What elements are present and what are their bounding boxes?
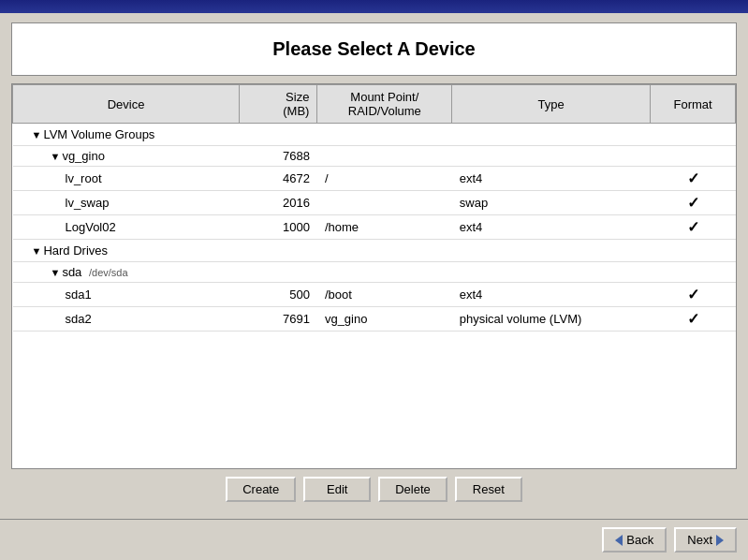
device-name-lv-swap: lv_swap <box>13 191 240 215</box>
expand-arrow-sda: ▼ <box>51 267 61 278</box>
format-vg-gino <box>651 146 736 167</box>
table-row[interactable]: sda1 500 /boot ext4 ✓ <box>13 283 736 307</box>
expand-arrow-vg-gino: ▼ <box>51 151 61 162</box>
button-bar: Create Edit Delete Reset <box>11 469 737 509</box>
expand-arrow-hdd: ▼ <box>32 245 42 257</box>
size-sda2: 7691 <box>240 307 317 332</box>
col-header-device: Device <box>13 85 240 124</box>
table-row[interactable]: lv_root 4672 / ext4 ✓ <box>13 167 736 191</box>
reset-button[interactable]: Reset <box>455 477 522 502</box>
group-label-lvm: ▼LVM Volume Groups <box>13 124 736 146</box>
table-row[interactable]: lv_swap 2016 swap ✓ <box>13 191 736 215</box>
type-lv-swap: swap <box>452 191 651 215</box>
format-lv-root: ✓ <box>651 167 736 191</box>
mount-vg-gino <box>317 146 452 167</box>
edit-button[interactable]: Edit <box>303 477 371 502</box>
table-row[interactable]: ▼sda /dev/sda <box>13 262 736 283</box>
delete-button[interactable]: Delete <box>378 477 447 502</box>
type-lv-root: ext4 <box>452 167 651 191</box>
checkmark-sda2: ✓ <box>687 311 699 327</box>
size-sda1: 500 <box>240 283 317 307</box>
size-logvol02: 1000 <box>240 215 317 240</box>
table-row[interactable]: ▼vg_gino 7688 <box>13 146 736 167</box>
format-sda2: ✓ <box>651 307 736 332</box>
type-logvol02: ext4 <box>452 215 651 240</box>
back-label: Back <box>626 533 653 547</box>
mount-sda2: vg_gino <box>317 307 452 332</box>
device-name-sda: ▼sda /dev/sda <box>13 262 240 283</box>
bottom-bar: Back Next <box>0 519 748 560</box>
size-lv-swap: 2016 <box>240 191 317 215</box>
table-body: ▼LVM Volume Groups ▼vg_gino 7688 lv_root <box>13 124 736 332</box>
table-row[interactable]: sda2 7691 vg_gino physical volume (LVM) … <box>13 307 736 332</box>
col-header-type: Type <box>452 85 651 124</box>
mount-sda <box>317 262 452 283</box>
table-row[interactable]: ▼LVM Volume Groups <box>13 124 736 146</box>
checkmark-lv-swap: ✓ <box>687 195 699 211</box>
page-title: Please Select A Device <box>272 38 475 59</box>
create-button[interactable]: Create <box>226 477 296 502</box>
main-container: Please Select A Device Device Size(MB) M… <box>0 13 748 519</box>
mount-lv-root: / <box>317 167 452 191</box>
type-sda <box>452 262 651 283</box>
next-button[interactable]: Next <box>674 527 737 553</box>
col-header-mount: Mount Point/RAID/Volume <box>317 85 452 124</box>
format-sda1: ✓ <box>651 283 736 307</box>
format-lv-swap: ✓ <box>651 191 736 215</box>
col-header-size: Size(MB) <box>240 85 317 124</box>
checkmark-lv-root: ✓ <box>687 170 699 186</box>
table-header-row: Device Size(MB) Mount Point/RAID/Volume … <box>13 85 736 124</box>
table-row[interactable]: ▼Hard Drives <box>13 240 736 262</box>
device-name-logvol02: LogVol02 <box>13 215 240 240</box>
device-name-sda1: sda1 <box>13 283 240 307</box>
next-arrow-icon <box>716 535 724 546</box>
size-sda <box>240 262 317 283</box>
top-bar <box>0 0 748 13</box>
type-vg-gino <box>452 146 651 167</box>
size-lv-root: 4672 <box>240 167 317 191</box>
next-label: Next <box>687 533 712 547</box>
device-table: Device Size(MB) Mount Point/RAID/Volume … <box>12 84 736 332</box>
back-button[interactable]: Back <box>602 527 667 553</box>
device-name-vg-gino: ▼vg_gino <box>13 146 240 167</box>
device-sublabel-sda: /dev/sda <box>89 267 128 278</box>
device-name-lv-root: lv_root <box>13 167 240 191</box>
checkmark-sda1: ✓ <box>687 287 699 302</box>
device-table-section: Device Size(MB) Mount Point/RAID/Volume … <box>11 83 737 469</box>
type-sda1: ext4 <box>452 283 651 307</box>
mount-lv-swap <box>317 191 452 215</box>
back-arrow-icon <box>615 535 623 546</box>
mount-logvol02: /home <box>317 215 452 240</box>
device-name-sda2: sda2 <box>13 307 240 332</box>
mount-sda1: /boot <box>317 283 452 307</box>
format-logvol02: ✓ <box>651 215 736 240</box>
expand-arrow-lvm: ▼ <box>32 129 42 140</box>
type-sda2: physical volume (LVM) <box>452 307 651 332</box>
size-vg-gino: 7688 <box>240 146 317 167</box>
title-section: Please Select A Device <box>11 22 737 76</box>
table-row[interactable]: LogVol02 1000 /home ext4 ✓ <box>13 215 736 240</box>
group-label-hdd: ▼Hard Drives <box>13 240 736 262</box>
format-sda <box>651 262 736 283</box>
col-header-format: Format <box>651 85 736 124</box>
checkmark-logvol02: ✓ <box>687 219 699 235</box>
